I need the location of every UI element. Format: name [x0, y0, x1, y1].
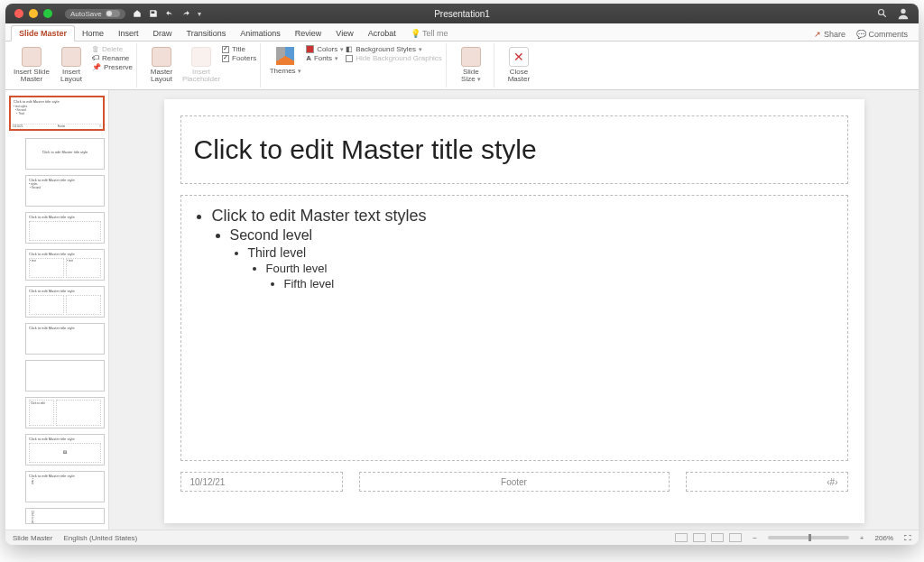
close-master-button[interactable]: Close Master	[500, 45, 538, 83]
date-placeholder[interactable]: 10/12/21	[180, 472, 343, 492]
layout-thumbnail[interactable]: Click to edit Master title style	[25, 286, 105, 318]
footers-checkbox[interactable]: Footers	[222, 54, 256, 62]
sorter-view-icon[interactable]	[693, 533, 706, 542]
themes-button[interactable]: Themes	[266, 45, 304, 75]
tab-draw[interactable]: Draw	[146, 26, 180, 41]
tab-slide-master[interactable]: Slide Master	[11, 25, 75, 41]
view-buttons	[675, 533, 742, 542]
ribbon: Insert Slide Master Insert Layout 🗑 Dele…	[5, 41, 919, 90]
minimize-window-icon[interactable]	[29, 9, 38, 18]
fonts-icon: A	[306, 54, 311, 62]
body-level-2: Second level	[230, 227, 835, 244]
master-layout-button[interactable]: Master Layout	[143, 45, 180, 83]
titlebar: AutoSave ▾ Presentation1	[5, 4, 919, 23]
zoom-percent[interactable]: 206%	[875, 534, 893, 542]
search-icon[interactable]	[877, 8, 888, 19]
svg-point-1	[901, 9, 905, 14]
tab-acrobat[interactable]: Acrobat	[361, 26, 403, 41]
bg-styles-icon: ◧	[346, 45, 353, 53]
themes-icon	[276, 47, 294, 65]
share-button[interactable]: Share	[808, 28, 851, 41]
status-bar: Slide Master English (United States) − +…	[5, 530, 919, 545]
autosave-toggle[interactable]: AutoSave	[65, 9, 125, 19]
slide-size-button[interactable]: Slide Size	[452, 45, 490, 83]
comments-button[interactable]: Comments	[851, 28, 913, 41]
tell-me[interactable]: 💡 Tell me	[403, 26, 456, 41]
title-checkbox[interactable]: Title	[222, 45, 256, 53]
layout-thumbnail[interactable]: Click to edit Master title style	[25, 323, 105, 355]
layout-thumbnail[interactable]: Click to edit Master title style	[25, 212, 105, 244]
layout-thumbnail[interactable]: Click to edit	[25, 508, 105, 524]
slide-master[interactable]: Click to edit Master title style Click t…	[164, 99, 864, 523]
close-icon	[509, 47, 529, 67]
footer-placeholder[interactable]: Footer	[359, 472, 670, 492]
slide-canvas[interactable]: Click to edit Master title style Click t…	[109, 90, 919, 530]
maximize-window-icon[interactable]	[43, 9, 52, 18]
zoom-in-icon[interactable]: +	[860, 534, 864, 542]
status-mode: Slide Master	[13, 534, 52, 542]
tab-transitions[interactable]: Transitions	[180, 26, 234, 41]
master-thumbnail[interactable]: 1 Click to edit Master title style • tex…	[9, 96, 105, 131]
preserve-button[interactable]: 📌 Preserve	[92, 63, 133, 71]
content-area: 1 Click to edit Master title style • tex…	[5, 90, 919, 530]
qat-caret-icon[interactable]: ▾	[198, 10, 201, 18]
normal-view-icon[interactable]	[675, 533, 688, 542]
hide-bg-checkbox[interactable]: Hide Background Graphics	[346, 54, 442, 62]
undo-icon[interactable]	[165, 9, 174, 18]
layout-thumbnail[interactable]: Click to edit	[25, 397, 105, 428]
close-window-icon[interactable]	[14, 9, 23, 18]
thumbnail-panel[interactable]: 1 Click to edit Master title style • tex…	[5, 90, 109, 530]
body-level-1: Click to edit Master text styles	[212, 207, 835, 226]
layout-thumbnail[interactable]: Click to edit Master title style🖼	[25, 434, 105, 465]
reading-view-icon[interactable]	[711, 533, 724, 542]
body-placeholder[interactable]: Click to edit Master text styles Second …	[180, 195, 848, 461]
layout-thumbnail[interactable]: Click to edit Master title style• text	[25, 471, 105, 502]
save-icon[interactable]	[149, 9, 158, 18]
autosave-label: AutoSave	[70, 10, 102, 18]
colors-icon	[306, 45, 314, 53]
insert-slide-master-button[interactable]: Insert Slide Master	[13, 45, 51, 83]
background-styles-button[interactable]: ◧Background Styles	[346, 45, 442, 53]
zoom-out-icon[interactable]: −	[753, 534, 757, 542]
tab-view[interactable]: View	[328, 26, 360, 41]
layout-thumbnail[interactable]: Click to edit Master title style• text• …	[25, 249, 105, 281]
body-level-4: Fourth level	[266, 262, 835, 275]
rename-button[interactable]: 🏷 Rename	[92, 54, 133, 62]
layout-thumbnail[interactable]: Click to edit Master title style• styles…	[25, 175, 105, 207]
tab-review[interactable]: Review	[288, 26, 329, 41]
body-level-5: Fifth level	[284, 277, 835, 290]
tab-insert[interactable]: Insert	[111, 26, 146, 41]
body-level-3: Third level	[248, 245, 835, 260]
insert-layout-button[interactable]: Insert Layout	[52, 45, 90, 83]
account-icon[interactable]	[897, 7, 910, 20]
quick-access-toolbar: AutoSave ▾	[65, 9, 201, 19]
app-window: AutoSave ▾ Presentation1 Slide Master Ho…	[5, 4, 919, 545]
slide-number-placeholder[interactable]: ‹#›	[686, 472, 848, 492]
title-text: Click to edit Master title style	[194, 134, 537, 165]
zoom-slider[interactable]	[768, 536, 849, 539]
layout-thumbnail[interactable]: Click to edit Master title style	[25, 138, 105, 170]
status-language[interactable]: English (United States)	[63, 534, 137, 542]
fonts-button[interactable]: A Fonts	[306, 54, 344, 62]
slideshow-view-icon[interactable]	[729, 533, 742, 542]
home-icon[interactable]	[133, 9, 142, 18]
ribbon-tabs: Slide Master Home Insert Draw Transition…	[5, 23, 919, 41]
svg-point-0	[879, 10, 884, 15]
colors-button[interactable]: Colors	[306, 45, 344, 53]
footer-row: 10/12/21 Footer ‹#›	[180, 472, 848, 492]
tab-animations[interactable]: Animations	[233, 26, 288, 41]
insert-placeholder-button[interactable]: Insert Placeholder	[182, 45, 220, 83]
fit-view-icon[interactable]: ⛶	[904, 534, 911, 542]
delete-button[interactable]: 🗑 Delete	[92, 45, 133, 53]
layout-thumbnail[interactable]	[25, 360, 105, 392]
redo-icon[interactable]	[181, 9, 190, 18]
title-placeholder[interactable]: Click to edit Master title style	[180, 115, 848, 184]
traffic-lights	[14, 9, 52, 18]
tab-home[interactable]: Home	[75, 26, 111, 41]
